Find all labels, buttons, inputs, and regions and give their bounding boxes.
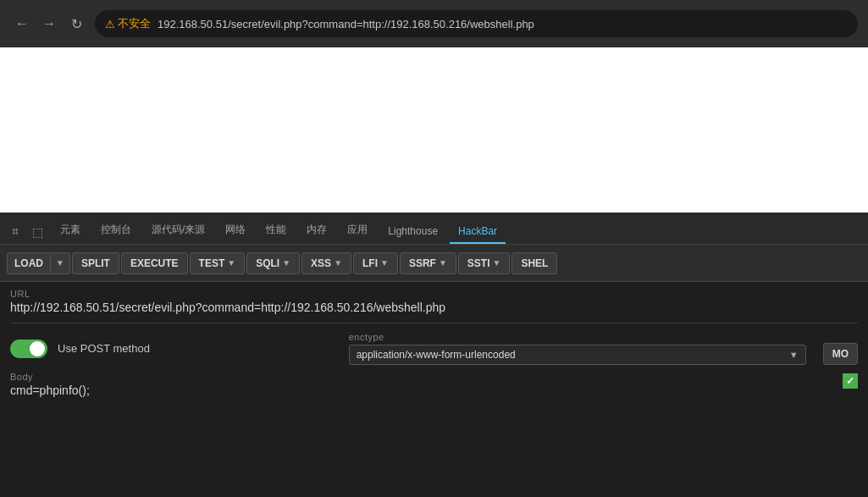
hackbar-content: URL http://192.168.50.51/secret/evil.php… xyxy=(0,282,868,497)
sqli-label: SQLI xyxy=(256,257,279,269)
execute-button[interactable]: EXECUTE xyxy=(121,252,188,274)
lfi-label: LFI xyxy=(362,257,378,269)
load-button[interactable]: LOAD ▼ xyxy=(7,252,70,274)
browser-chrome: ← → ↻ ⚠ 不安全 192.168.50.51/secret/evil.ph… xyxy=(0,0,868,47)
load-dropdown-arrow[interactable]: ▼ xyxy=(50,254,69,272)
shell-label: SHEL xyxy=(521,257,548,269)
xss-button[interactable]: XSS ▼ xyxy=(301,252,351,274)
post-label: Use POST method xyxy=(58,342,150,355)
ssti-button[interactable]: SSTI ▼ xyxy=(458,252,511,274)
enctype-section: enctype application/x-www-form-urlencode… xyxy=(349,332,806,365)
post-method-row: Use POST method enctype application/x-ww… xyxy=(10,332,858,365)
tab-elements[interactable]: 元素 xyxy=(52,218,89,244)
shell-button[interactable]: SHEL xyxy=(511,252,557,274)
enctype-value: application/x-www-form-urlencoded xyxy=(357,349,786,361)
hackbar-toolbar: LOAD ▼ SPLIT EXECUTE TEST ▼ SQLI ▼ XSS ▼… xyxy=(0,245,868,282)
load-label: LOAD xyxy=(8,253,50,273)
enctype-dropdown-arrow: ▼ xyxy=(789,350,799,360)
ssti-dropdown-icon: ▼ xyxy=(493,258,501,268)
lfi-button[interactable]: LFI ▼ xyxy=(353,252,398,274)
tab-sources[interactable]: 源代码/来源 xyxy=(143,218,213,244)
test-label: TEST xyxy=(199,257,225,269)
body-checkbox[interactable]: ✓ xyxy=(843,373,858,389)
url-section: URL http://192.168.50.51/secret/evil.php… xyxy=(10,289,858,314)
address-bar[interactable]: ⚠ 不安全 192.168.50.51/secret/evil.php?comm… xyxy=(95,10,858,37)
enctype-select[interactable]: application/x-www-form-urlencoded ▼ xyxy=(349,345,806,365)
console-icon[interactable]: ⬚ xyxy=(27,220,48,244)
body-row: Body cmd=phpinfo(); ✓ xyxy=(10,372,858,397)
mo-button[interactable]: MO xyxy=(823,343,858,365)
mo-label: MO xyxy=(832,348,849,360)
devtools-panel: ⌗ ⬚ 元素 控制台 源代码/来源 网络 性能 内存 应用 Lighthouse… xyxy=(0,213,868,497)
forward-button[interactable]: → xyxy=(37,12,61,36)
warning-icon: ⚠ 不安全 xyxy=(105,16,151,31)
warning-triangle: ⚠ xyxy=(105,18,115,30)
tab-console[interactable]: 控制台 xyxy=(92,218,140,244)
body-value[interactable]: cmd=phpinfo(); xyxy=(10,384,836,397)
xss-label: XSS xyxy=(311,257,331,269)
toggle-knob xyxy=(30,341,45,356)
back-button[interactable]: ← xyxy=(10,12,34,36)
checkbox-wrapper: ✓ xyxy=(843,372,858,389)
body-label: Body xyxy=(10,372,836,382)
tab-application[interactable]: 应用 xyxy=(339,218,376,244)
tab-network[interactable]: 网络 xyxy=(217,218,254,244)
sqli-button[interactable]: SQLI ▼ xyxy=(246,252,300,274)
tab-memory[interactable]: 内存 xyxy=(298,218,335,244)
enctype-label: enctype xyxy=(349,332,806,342)
nav-buttons: ← → ↻ xyxy=(10,12,88,36)
execute-label: EXECUTE xyxy=(130,257,179,269)
xss-dropdown-icon: ▼ xyxy=(334,258,342,268)
reload-button[interactable]: ↻ xyxy=(64,12,88,36)
sqli-dropdown-icon: ▼ xyxy=(282,258,290,268)
insecure-label: 不安全 xyxy=(118,16,151,31)
test-dropdown-icon: ▼ xyxy=(227,258,235,268)
inspector-icon[interactable]: ⌗ xyxy=(7,219,24,244)
section-divider xyxy=(10,323,858,323)
ssrf-label: SSRF xyxy=(409,257,436,269)
lfi-dropdown-icon: ▼ xyxy=(380,258,389,268)
test-button[interactable]: TEST ▼ xyxy=(190,252,246,274)
url-display: 192.168.50.51/secret/evil.php?command=ht… xyxy=(158,18,848,30)
body-content: Body cmd=phpinfo(); xyxy=(10,372,836,397)
ssrf-button[interactable]: SSRF ▼ xyxy=(400,252,456,274)
split-button[interactable]: SPLIT xyxy=(72,252,119,274)
tab-lighthouse[interactable]: Lighthouse xyxy=(379,220,446,244)
tab-hackbar[interactable]: HackBar xyxy=(450,220,506,244)
checkmark-icon: ✓ xyxy=(846,375,854,387)
split-label: SPLIT xyxy=(81,257,110,269)
ssrf-dropdown-icon: ▼ xyxy=(439,258,447,268)
devtools-tab-bar: ⌗ ⬚ 元素 控制台 源代码/来源 网络 性能 内存 应用 Lighthouse… xyxy=(0,213,868,245)
url-value[interactable]: http://192.168.50.51/secret/evil.php?com… xyxy=(10,301,858,314)
ssti-label: SSTI xyxy=(467,257,490,269)
tab-performance[interactable]: 性能 xyxy=(257,218,295,244)
page-content-area xyxy=(0,47,868,213)
url-label: URL xyxy=(10,289,858,299)
post-toggle[interactable] xyxy=(10,340,47,358)
